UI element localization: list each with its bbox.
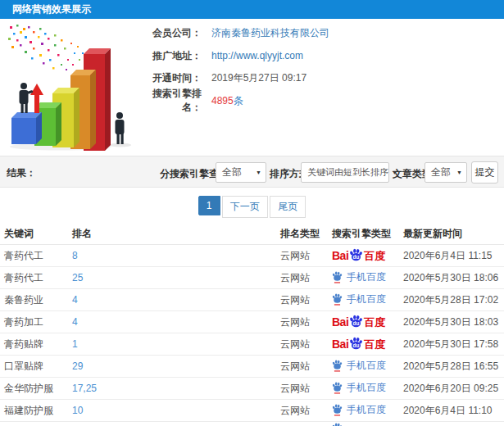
baidu-logo: Bai du 百度: [332, 337, 385, 352]
member-company-link[interactable]: 济南秦鲁药业科技有限公司: [211, 26, 329, 40]
baidu-bai-text: Bai: [332, 250, 348, 261]
rank-type-cell: 云网站: [280, 293, 332, 307]
chevron-down-icon: ▼: [456, 170, 462, 175]
baidu-logo: Bai du 百度: [332, 248, 385, 264]
result-label: 结果：: [7, 166, 36, 180]
baidu-cn-text: 百度: [364, 251, 385, 261]
rank-type-cell: 云网站: [280, 382, 332, 396]
rank-link[interactable]: 29: [72, 360, 280, 372]
updated-cell: 2020年5月28日 17:02: [403, 293, 504, 307]
next-page-button[interactable]: 下一页: [222, 196, 268, 218]
keyword-cell: 膏药加工: [4, 315, 72, 329]
mobile-baidu-badge: 手机百度: [332, 292, 386, 306]
table-row: 秦鲁药业4云网站 手机百度2020年5月28日 17:02: [0, 289, 504, 311]
rank-count-number: 4895: [211, 95, 234, 106]
updated-cell: 2020年6月4日 11:10: [403, 404, 504, 418]
mobile-baidu-badge: 手机百度: [332, 270, 386, 284]
partial-next-row: [0, 423, 504, 426]
table-row: 膏药加工4云网站Bai du 百度2020年5月30日 18:03: [0, 311, 504, 333]
baidu-cn-text: 百度: [364, 339, 385, 350]
open-time-label: 开通时间：: [138, 71, 202, 85]
rank-type-cell: 云网站: [280, 249, 332, 263]
table-row: 膏药代工25云网站 手机百度2020年5月30日 18:06: [0, 267, 504, 289]
rank-type-cell: 云网站: [280, 404, 332, 418]
rank-type-cell: 云网站: [280, 338, 332, 351]
results-table: 关键词 排名 排名类型 搜索引擎类型 最新更新时间 膏药代工8云网站Bai du…: [0, 223, 504, 422]
rank-link[interactable]: 25: [72, 272, 280, 283]
mobile-baidu-badge: 手机百度: [332, 381, 386, 395]
sort-select[interactable]: 关键词由短到长排序 ▼: [301, 162, 389, 183]
keyword-cell: 膏药代工: [4, 271, 72, 285]
engine-cell: 手机百度: [332, 381, 403, 397]
svg-text:du: du: [353, 320, 360, 325]
baidu-bai-text: Bai: [332, 338, 348, 350]
col-header-engine-type: 搜索引擎类型: [332, 227, 403, 241]
engine-cell: Bai du 百度: [332, 248, 403, 264]
filter-bar: 结果： 分搜索引擎查看 全部 ▼ 排序方式 关键词由短到长排序 ▼ 文章类型 全…: [0, 156, 504, 188]
info-row-company: 会员公司： 济南秦鲁药业科技有限公司: [138, 22, 384, 45]
chevron-down-icon: ▼: [256, 170, 261, 175]
page-button-current[interactable]: 1: [198, 196, 220, 215]
results-table-body: 膏药代工8云网站Bai du 百度2020年6月4日 11:15膏药代工25云网…: [0, 245, 504, 422]
updated-cell: 2020年5月30日 18:06: [403, 271, 504, 285]
rank-link[interactable]: 8: [72, 250, 280, 261]
submit-button[interactable]: 提交: [471, 161, 498, 184]
info-row-url: 推广地址： http://www.qlyyjt.com: [138, 45, 384, 68]
table-row: 膏药代工8云网站Bai du 百度2020年6月4日 11:15: [0, 245, 504, 267]
rank-link[interactable]: 17,25: [72, 383, 280, 394]
engine-filter-select[interactable]: 全部 ▼: [216, 162, 266, 183]
keyword-cell: 膏药代工: [4, 249, 72, 263]
mobile-baidu-label: 手机百度: [347, 270, 386, 284]
rank-count-label: 搜索引擎排名：: [138, 87, 202, 115]
updated-cell: 2020年6月20日 09:25: [403, 382, 504, 396]
baidu-cn-text: 百度: [364, 317, 385, 328]
engine-cell: Bai du 百度: [332, 315, 403, 330]
promo-url-link[interactable]: http://www.qlyyjt.com: [211, 50, 303, 61]
mobile-baidu-label: 手机百度: [347, 381, 386, 395]
keyword-cell: 膏药贴牌: [4, 338, 72, 351]
rank-type-cell: 云网站: [280, 360, 332, 374]
rank-link[interactable]: 4: [72, 316, 280, 328]
updated-cell: 2020年6月4日 11:15: [403, 249, 504, 263]
rank-link[interactable]: 1: [72, 338, 280, 350]
table-row: 福建防护服10云网站 手机百度2020年6月4日 11:10: [0, 400, 504, 422]
rank-type-cell: 云网站: [280, 315, 332, 329]
company-label: 会员公司：: [138, 26, 202, 40]
keyword-cell: 金华防护服: [4, 382, 72, 396]
baidu-logo: Bai du 百度: [332, 315, 385, 330]
engine-cell: 手机百度: [332, 270, 403, 286]
mobile-baidu-badge: 手机百度: [332, 403, 386, 417]
updated-cell: 2020年5月28日 16:55: [403, 360, 504, 374]
mobile-baidu-label: 手机百度: [347, 359, 386, 373]
svg-text:du: du: [353, 342, 360, 347]
rank-link[interactable]: 10: [72, 405, 280, 416]
table-row: 膏药贴牌1云网站Bai du 百度2020年5月30日 17:58: [0, 333, 504, 356]
keyword-cell: 口罩贴牌: [4, 360, 72, 374]
article-type-select[interactable]: 全部 ▼: [425, 162, 467, 183]
rank-link[interactable]: 4: [72, 294, 280, 306]
engine-cell: 手机百度: [332, 292, 403, 308]
page-title: 网络营销效果展示: [0, 0, 504, 19]
col-header-rank-type: 排名类型: [280, 227, 332, 241]
last-page-button[interactable]: 尾页: [270, 196, 306, 218]
col-header-keyword: 关键词: [4, 227, 72, 241]
confetti-decoration: [8, 25, 84, 70]
article-type-value: 全部: [431, 165, 451, 179]
mobile-baidu-icon: [332, 423, 343, 426]
engine-cell: 手机百度: [332, 403, 403, 419]
keyword-cell: 秦鲁药业: [4, 293, 72, 307]
pagination: 1 下一页 尾页: [0, 196, 504, 218]
engine-cell: Bai du 百度: [332, 337, 403, 352]
engine-cell: 手机百度: [332, 359, 403, 374]
rank-type-cell: 云网站: [280, 271, 332, 285]
svg-text:du: du: [353, 253, 360, 259]
baidu-bai-text: Bai: [332, 316, 348, 328]
member-info-panel: 会员公司： 济南秦鲁药业科技有限公司 推广地址： http://www.qlyy…: [138, 22, 384, 112]
sort-value: 关键词由短到长排序: [307, 166, 388, 179]
mobile-baidu-label: 手机百度: [347, 292, 386, 306]
info-row-rank-count: 搜索引擎排名： 4895条: [138, 90, 384, 113]
updated-cell: 2020年5月30日 18:03: [403, 315, 504, 329]
keyword-cell: 福建防护服: [4, 404, 72, 418]
updated-cell: 2020年5月30日 17:58: [403, 338, 504, 351]
promo-url-label: 推广地址：: [138, 49, 202, 63]
